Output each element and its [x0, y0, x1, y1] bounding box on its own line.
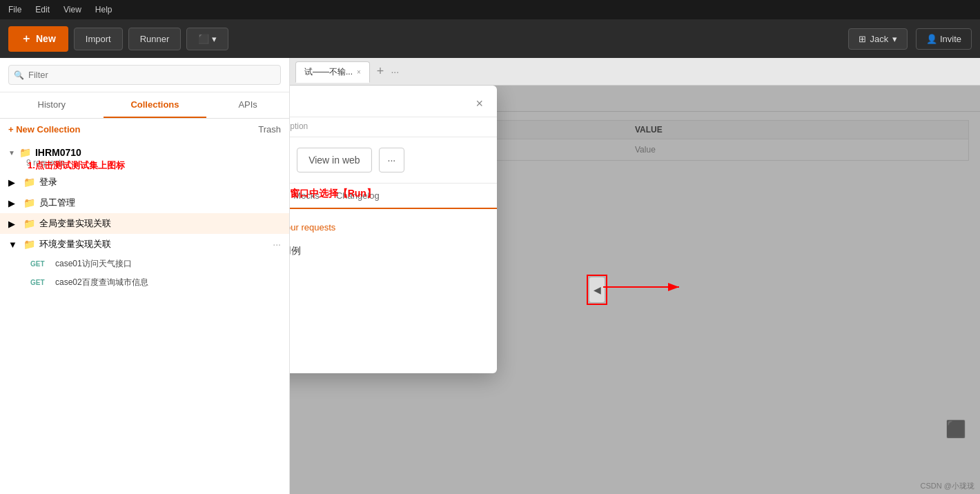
modal-subtitle: API This collection has no description [290, 117, 497, 137]
collection-name: IHRM0710 [35, 147, 81, 158]
tab-label: 试——不输... [304, 66, 353, 78]
plus-icon: ＋ [21, 32, 32, 46]
modal-dialog: IHRM0710 × API This collection has no de… [290, 86, 497, 373]
add-tab-button[interactable]: + [373, 64, 389, 79]
annotation-arrow [603, 280, 686, 294]
chevron-right-icon: ▶ [8, 177, 19, 188]
folder-label: 员工管理 [39, 197, 75, 209]
chevron-down-icon: ▼ [8, 149, 15, 157]
request-name: case01访问天气接口 [55, 258, 132, 270]
sidebar-tabs: History Collections APIs [0, 92, 289, 119]
search-input[interactable] [8, 65, 281, 85]
folder-label: 全局变量实现关联 [39, 217, 111, 230]
annotation-label-1: 1.点击测试测试集上图标 [28, 159, 125, 172]
collection-header[interactable]: ▼ 📁 IHRM0710 [8, 147, 281, 158]
request-tabs: 试——不输... × + ··· [290, 58, 980, 86]
new-button[interactable]: ＋ New [8, 26, 68, 52]
toolbar-right: ⊞ Jack ▾ 👤 Invite [848, 28, 972, 50]
modal-folder-login[interactable]: 📁 登录 [290, 268, 483, 292]
new-label: New [36, 33, 56, 44]
proxy-button[interactable]: ⬛ ▾ [186, 28, 228, 50]
modal-actions: Share Run View in web ··· [290, 137, 497, 184]
tab-close-icon[interactable]: × [357, 68, 361, 76]
invite-button[interactable]: 👤 Invite [916, 28, 972, 50]
method-badge: GET [30, 279, 50, 286]
toolbar: ＋ New Import Runner ⬛ ▾ ⊞ Jack ▾ 👤 Invit… [0, 19, 980, 58]
folder-icon: 📁 [23, 239, 35, 250]
sidebar-search-area: 🔍 [0, 58, 289, 92]
chevron-right-icon: ▶ [8, 219, 19, 229]
trash-button[interactable]: Trash [258, 124, 281, 135]
main-layout: 🔍 History Collections APIs + New Collect… [0, 58, 980, 494]
sidebar-actions: + New Collection Trash [0, 119, 289, 140]
runner-button[interactable]: Runner [128, 28, 182, 50]
modal-body: i Learn how to document your requests 人力… [290, 209, 497, 373]
folder-icon: 📁 [23, 177, 35, 188]
modal-folder-employee[interactable]: 📁 员工管理 [290, 292, 483, 315]
folder-more-button[interactable]: ··· [273, 239, 281, 250]
invite-label: Invite [940, 34, 961, 44]
more-tabs-button[interactable]: ··· [391, 66, 399, 77]
import-button[interactable]: Import [74, 28, 123, 50]
menu-view[interactable]: View [63, 5, 81, 14]
method-badge: GET [30, 260, 50, 268]
folder-icon: 📁 [23, 197, 35, 208]
modal-folder-env[interactable]: 📁 环境变量实现关联 [290, 339, 483, 362]
request-name: case02百度查询城市信息 [55, 277, 148, 288]
tab-history[interactable]: History [0, 92, 104, 118]
folder-item-global[interactable]: ▶ 📁 全局变量实现关联 [0, 213, 289, 234]
grid-icon: ⊞ [859, 34, 866, 44]
modal-desc: This collection has no description [290, 121, 308, 131]
collection-tree: ▼ 📁 IHRM0710 9 requests 1.点击测试测试集上图标 ▶ 📁… [0, 140, 289, 494]
folder-item-env[interactable]: ▼ 📁 环境变量实现关联 ··· [0, 234, 289, 255]
tab-collections[interactable]: Collections [104, 92, 207, 118]
new-collection-button[interactable]: + New Collection [8, 124, 80, 135]
user-button[interactable]: ⊞ Jack ▾ [848, 28, 908, 50]
modal-close-button[interactable]: × [476, 97, 483, 111]
user-label: Jack [870, 34, 889, 44]
request-item-case02[interactable]: GET case02百度查询城市信息 [0, 273, 289, 292]
folder-item-login[interactable]: ▶ 📁 登录 [0, 172, 289, 192]
request-item-case01[interactable]: GET case01访问天气接口 [0, 255, 289, 273]
menu-file[interactable]: File [8, 5, 21, 14]
chevron-down-icon: ▾ [892, 34, 897, 44]
view-in-web-button[interactable]: View in web [297, 148, 371, 172]
collapse-panel-button[interactable]: ◀ [589, 277, 605, 302]
modal-folder-global[interactable]: 📁 全局变量实现关联 [290, 315, 483, 339]
menu-help[interactable]: Help [95, 5, 112, 14]
modal-header: IHRM0710 × [290, 86, 497, 117]
content-area: Pre-request Script Tests ● Settings KEY … [290, 86, 980, 494]
menu-bar: File Edit View Help [0, 0, 980, 19]
folder-icon: 📁 [23, 218, 35, 229]
collection-description: 人力资源管理系统接口测试用例 [290, 245, 483, 257]
modal-overlay: ◀ IHRM0710 × [290, 86, 980, 494]
menu-edit[interactable]: Edit [35, 5, 50, 14]
learn-link-text: Learn how to document your requests [290, 222, 335, 233]
more-actions-button[interactable]: ··· [379, 148, 405, 172]
annotation-label-2: 2.扩展窗口中选择【Run】 [290, 188, 376, 200]
learn-link[interactable]: i Learn how to document your requests [290, 220, 483, 234]
folder-label: 登录 [39, 176, 57, 188]
user-plus-icon: 👤 [926, 34, 937, 44]
chevron-down-icon: ▼ [8, 239, 19, 250]
search-icon: 🔍 [14, 70, 24, 80]
request-tab-active[interactable]: 试——不输... × [295, 61, 370, 83]
sidebar: 🔍 History Collections APIs + New Collect… [0, 58, 290, 494]
folder-icon: 📁 [19, 147, 31, 158]
right-panel: 试——不输... × + ··· Pre-request Script Test… [290, 58, 980, 494]
chevron-right-icon: ▶ [8, 198, 19, 208]
folder-label: 环境变量实现关联 [39, 238, 111, 250]
folder-item-employee[interactable]: ▶ 📁 员工管理 [0, 192, 289, 213]
tab-apis[interactable]: APIs [206, 92, 289, 118]
